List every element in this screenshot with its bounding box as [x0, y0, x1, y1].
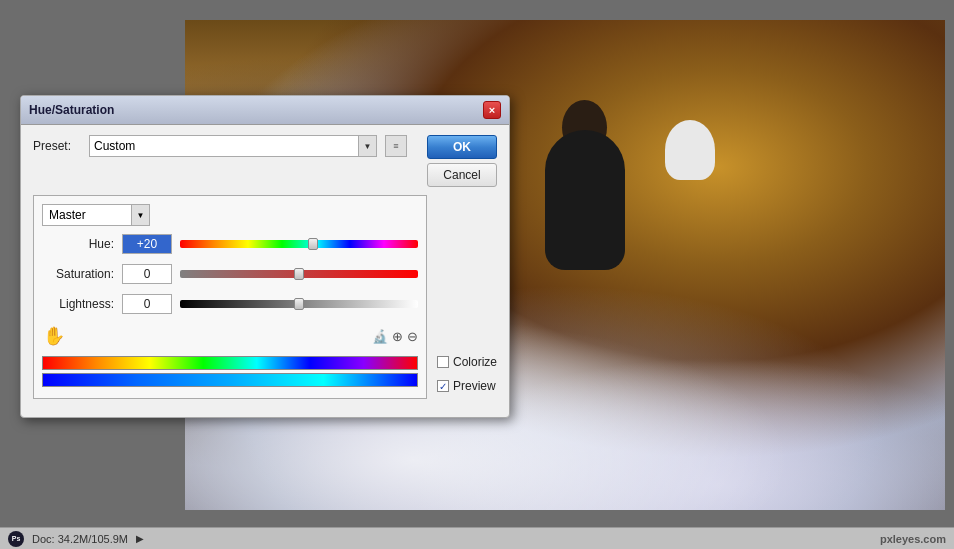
preset-label: Preset:: [33, 139, 81, 153]
hue-thumb[interactable]: [308, 238, 318, 250]
preview-label: Preview: [453, 379, 496, 393]
preview-row: ✓ Preview: [437, 379, 497, 393]
eyedropper-subtract-icon[interactable]: ⊖: [407, 329, 418, 344]
tools-row: ✋ 🔬 ⊕ ⊖: [42, 324, 418, 348]
preset-select-wrapper: Custom ▼: [89, 135, 377, 157]
channel-row: Master ▼: [42, 204, 418, 226]
preset-row: Preset: Custom ▼ ≡: [33, 135, 407, 157]
preset-icon-button[interactable]: ≡: [385, 135, 407, 157]
app-icon: Ps: [8, 531, 24, 547]
eyedropper-icon[interactable]: 🔬: [372, 329, 388, 344]
hue-label: Hue:: [42, 237, 114, 251]
hand-tool-icon[interactable]: ✋: [42, 324, 66, 348]
colorize-checkbox[interactable]: [437, 356, 449, 368]
preset-value: Custom: [94, 139, 135, 153]
lightness-slider-container: [180, 300, 418, 308]
preset-section: Preset: Custom ▼ ≡ OK Cancel: [33, 135, 497, 187]
channel-select-box[interactable]: Master: [42, 204, 132, 226]
hue-track[interactable]: [180, 240, 418, 248]
close-button[interactable]: ×: [483, 101, 501, 119]
color-bars: [42, 356, 418, 387]
bird: [665, 120, 715, 180]
colorize-row: Colorize: [437, 355, 497, 369]
dropper-icons: 🔬 ⊕ ⊖: [372, 329, 418, 344]
right-panel: Colorize ✓ Preview: [437, 195, 497, 407]
preview-checkbox[interactable]: ✓: [437, 380, 449, 392]
hue-color-bar: [42, 356, 418, 370]
saturation-track[interactable]: [180, 270, 418, 278]
channel-select-wrapper: Master ▼: [42, 204, 150, 226]
saturation-thumb[interactable]: [294, 268, 304, 280]
preset-dropdown-arrow[interactable]: ▼: [359, 135, 377, 157]
hue-saturation-dialog: Hue/Saturation × Preset: Custom ▼ ≡: [20, 95, 510, 418]
status-arrow: ▶: [136, 533, 144, 544]
figure: [525, 100, 645, 300]
lightness-thumb[interactable]: [294, 298, 304, 310]
inner-panel: Master ▼ Hue: +20: [33, 195, 427, 399]
hue-slider-container: [180, 240, 418, 248]
cancel-button[interactable]: Cancel: [427, 163, 497, 187]
action-buttons: OK Cancel: [427, 135, 497, 187]
result-color-bar: [42, 373, 418, 387]
preset-left: Preset: Custom ▼ ≡: [33, 135, 407, 187]
status-bar: Ps Doc: 34.2M/105.9M ▶ pxleyes.com: [0, 527, 954, 549]
ok-button[interactable]: OK: [427, 135, 497, 159]
saturation-input[interactable]: 0: [122, 264, 172, 284]
dialog-title: Hue/Saturation: [29, 103, 114, 117]
saturation-label: Saturation:: [42, 267, 114, 281]
saturation-slider-row: Saturation: 0: [42, 264, 418, 284]
lightness-label: Lightness:: [42, 297, 114, 311]
channel-value: Master: [49, 208, 86, 222]
preset-select-box[interactable]: Custom: [89, 135, 359, 157]
channel-dropdown-arrow[interactable]: ▼: [132, 204, 150, 226]
main-content-row: Master ▼ Hue: +20: [33, 195, 497, 407]
dialog-titlebar: Hue/Saturation ×: [21, 96, 509, 125]
lightness-track[interactable]: [180, 300, 418, 308]
dialog-body: Preset: Custom ▼ ≡ OK Cancel: [21, 125, 509, 417]
preview-checkmark: ✓: [439, 381, 447, 392]
eyedropper-add-icon[interactable]: ⊕: [392, 329, 403, 344]
hue-slider-row: Hue: +20: [42, 234, 418, 254]
saturation-slider-container: [180, 270, 418, 278]
pxleyes-logo: pxleyes.com: [880, 533, 946, 545]
doc-info: Doc: 34.2M/105.9M: [32, 533, 128, 545]
figure-body: [545, 130, 625, 270]
lightness-slider-row: Lightness: 0: [42, 294, 418, 314]
colorize-label: Colorize: [453, 355, 497, 369]
hue-input[interactable]: +20: [122, 234, 172, 254]
lightness-input[interactable]: 0: [122, 294, 172, 314]
